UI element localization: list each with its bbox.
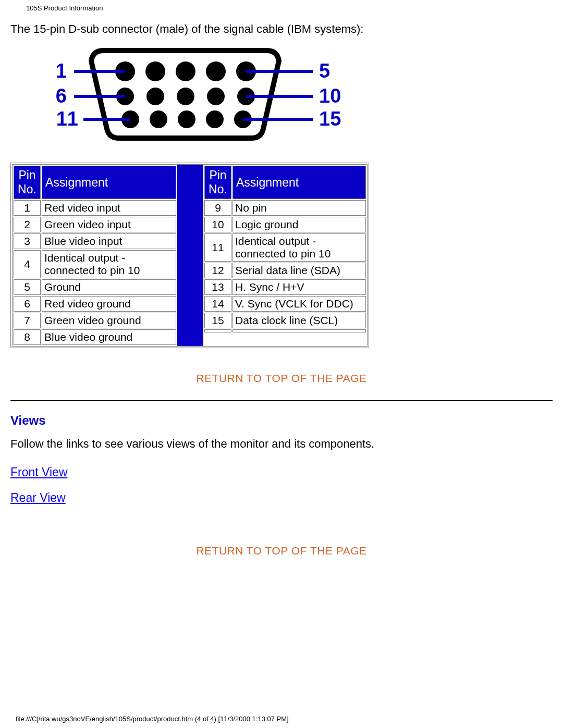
svg-point-8 bbox=[207, 88, 225, 105]
table-cell: 3 bbox=[14, 233, 41, 249]
table-cell: 6 bbox=[14, 296, 41, 312]
return-to-top-link[interactable]: RETURN TO TOP OF THE PAGE bbox=[10, 372, 553, 385]
views-heading: Views bbox=[10, 413, 553, 428]
table-gap bbox=[177, 165, 203, 346]
table-cell: 1 bbox=[14, 200, 41, 216]
table-cell: H. Sync / H+V bbox=[232, 279, 366, 295]
table-cell: Blue video input bbox=[42, 233, 176, 249]
pin-label-6: 6 bbox=[56, 85, 67, 107]
svg-point-12 bbox=[178, 110, 195, 128]
svg-point-3 bbox=[206, 61, 226, 81]
col-header-assign: Assignment bbox=[42, 166, 176, 199]
pin-table-right: Pin No. Assignment 9No pin 10Logic groun… bbox=[203, 165, 367, 334]
col-header-assign: Assignment bbox=[232, 166, 366, 199]
table-cell: 4 bbox=[14, 250, 41, 278]
table-cell: 15 bbox=[204, 313, 231, 328]
svg-point-1 bbox=[145, 61, 165, 81]
col-header-pin: Pin No. bbox=[204, 166, 231, 199]
intro-text: The 15-pin D-sub connector (male) of the… bbox=[10, 22, 553, 36]
pin-label-10: 10 bbox=[319, 85, 341, 107]
table-cell: 9 bbox=[204, 200, 231, 216]
table-cell: Red video ground bbox=[42, 296, 176, 312]
return-to-top-link[interactable]: RETURN TO TOP OF THE PAGE bbox=[10, 545, 553, 557]
pin-label-1: 1 bbox=[56, 60, 67, 82]
table-cell: 13 bbox=[204, 279, 231, 295]
table-cell: 7 bbox=[14, 313, 41, 328]
table-cell bbox=[232, 329, 366, 332]
table-cell: No pin bbox=[232, 200, 366, 216]
svg-point-2 bbox=[176, 61, 195, 81]
table-cell: Serial data line (SDA) bbox=[232, 263, 366, 278]
section-divider bbox=[10, 400, 553, 401]
pin-label-11: 11 bbox=[56, 108, 78, 130]
table-cell: Green video input bbox=[42, 217, 176, 232]
table-cell: Blue video ground bbox=[42, 329, 176, 345]
table-cell: 11 bbox=[204, 233, 231, 262]
table-cell: Green video ground bbox=[42, 313, 176, 328]
pin-label-5: 5 bbox=[319, 60, 330, 82]
table-cell: 10 bbox=[204, 217, 231, 232]
table-cell: Identical output - connected to pin 10 bbox=[232, 233, 366, 262]
table-cell: V. Sync (VCLK for DDC) bbox=[232, 296, 366, 312]
table-cell: 8 bbox=[14, 329, 41, 345]
pin-table-left: Pin No. Assignment 1Red video input 2Gre… bbox=[13, 165, 177, 346]
front-view-link[interactable]: Front View bbox=[10, 465, 68, 479]
pin-assignment-table: Pin No. Assignment 1Red video input 2Gre… bbox=[10, 163, 369, 348]
svg-point-6 bbox=[146, 88, 164, 105]
col-header-pin: Pin No. bbox=[14, 166, 41, 199]
views-description: Follow the links to see various views of… bbox=[10, 437, 553, 451]
table-cell: 2 bbox=[14, 217, 41, 232]
page-header: 105S Product Information bbox=[10, 0, 553, 15]
table-cell: Data clock line (SCL) bbox=[232, 313, 366, 328]
svg-point-13 bbox=[206, 110, 224, 128]
table-cell: 5 bbox=[14, 279, 41, 295]
svg-point-11 bbox=[150, 110, 167, 128]
table-cell bbox=[204, 329, 231, 332]
connector-svg: 1 6 11 5 10 15 bbox=[42, 45, 354, 144]
table-cell: Red video input bbox=[42, 200, 176, 216]
table-cell: 12 bbox=[204, 263, 231, 278]
table-cell: 14 bbox=[204, 296, 231, 312]
pin-label-15: 15 bbox=[319, 108, 341, 130]
rear-view-link[interactable]: Rear View bbox=[10, 491, 66, 505]
table-cell: Ground bbox=[42, 279, 176, 295]
table-cell: Logic ground bbox=[232, 217, 366, 232]
table-cell: Identical output - connected to pin 10 bbox=[42, 250, 176, 278]
svg-point-7 bbox=[177, 88, 194, 105]
dsub-connector-diagram: 1 6 11 5 10 15 bbox=[42, 45, 354, 144]
